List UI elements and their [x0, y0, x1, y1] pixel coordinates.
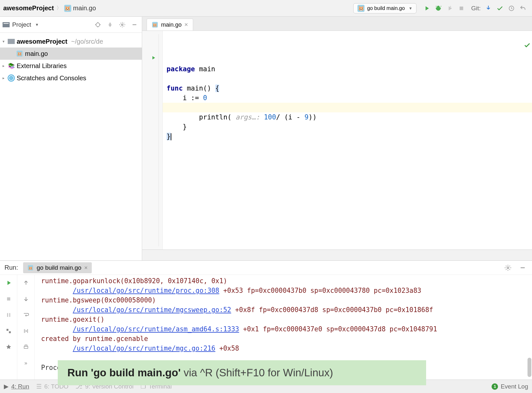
navbar: awesomeProject 〉 main.go go build main.g…: [0, 0, 532, 17]
run-button[interactable]: [421, 3, 433, 14]
svg-rect-10: [6, 329, 8, 331]
editor-tabbar: main.go ✕: [142, 17, 532, 31]
svg-point-3: [122, 24, 123, 25]
console-line: /usr/local/go/src/runtime/proc.go:308 +0…: [41, 286, 532, 295]
todo-icon: ☰: [36, 383, 42, 390]
svg-rect-13: [25, 345, 27, 346]
editor-body[interactable]: package main func main() { i := 0 for ; …: [142, 31, 532, 249]
console-line: /usr/local/go/src/runtime/mgcsweep.go:52…: [41, 305, 532, 315]
run-config-dropdown[interactable]: go build main.go ▼: [353, 3, 416, 13]
editor-tab[interactable]: main.go ✕: [147, 19, 193, 31]
editor: main.go ✕ package main func main() { i :…: [142, 17, 532, 260]
hide-icon[interactable]: [130, 20, 139, 30]
code-area[interactable]: package main func main() { i := 0 for ; …: [163, 31, 532, 249]
tree-root-name: awesomeProject: [17, 38, 67, 45]
stack-link[interactable]: /usr/local/go/src/runtime/proc.go:308: [73, 287, 219, 294]
down-button[interactable]: [21, 294, 31, 304]
svg-rect-0: [460, 6, 463, 10]
go-file-icon: [152, 22, 158, 28]
svg-rect-4: [133, 24, 136, 25]
history-button[interactable]: [506, 3, 517, 14]
breadcrumb-file[interactable]: main.go: [64, 4, 96, 12]
layout-button[interactable]: [4, 326, 13, 336]
event-count-badge: 1: [492, 383, 498, 390]
close-icon[interactable]: ✕: [84, 265, 88, 270]
go-file-icon: [17, 51, 23, 57]
editor-tab-label: main.go: [161, 22, 182, 28]
coverage-button[interactable]: [444, 3, 456, 14]
console-line: runtime.bgsweep(0xc000058000): [41, 295, 532, 305]
console-line: /usr/local/go/src/runtime/mgc.go:216 +0x…: [41, 344, 532, 353]
up-button[interactable]: [21, 278, 31, 288]
hide-icon[interactable]: [518, 263, 528, 273]
run-tab-label: go build main.go: [37, 264, 81, 271]
git-pull-button[interactable]: [483, 3, 494, 14]
caret-right-icon[interactable]: [1, 64, 6, 68]
gear-icon[interactable]: [117, 20, 127, 30]
run-controls-col2: »: [17, 275, 35, 380]
chevron-right-icon: 〉: [56, 5, 62, 12]
project-view-header: Project ▼: [0, 17, 142, 33]
breadcrumb-file-label: main.go: [73, 4, 96, 12]
hint-banner-rest: via ^R (Shift+F10 for Win/Linux): [181, 367, 333, 379]
text-cursor: [171, 133, 171, 140]
play-icon: ▶: [4, 383, 9, 390]
console-line: runtime.goparkunlock(0x10b8920, 0x107140…: [41, 276, 532, 286]
caret-down-icon[interactable]: [1, 39, 6, 44]
softwrap-button[interactable]: [21, 310, 31, 320]
tree-file[interactable]: main.go: [0, 48, 142, 60]
undo-button[interactable]: [517, 3, 529, 14]
svg-rect-7: [7, 297, 10, 301]
pin-button[interactable]: [4, 342, 13, 352]
debug-button[interactable]: [433, 3, 444, 14]
gutter-run-icon[interactable]: [150, 55, 156, 62]
caret-right-icon[interactable]: [1, 76, 6, 80]
project-sidebar: Project ▼ awesomeProject ~/go/src/de: [0, 17, 142, 260]
project-tree: awesomeProject ~/go/src/de main.go Exter…: [0, 33, 142, 87]
svg-rect-9: [9, 313, 10, 317]
svg-rect-11: [9, 331, 11, 333]
tree-root[interactable]: awesomeProject ~/go/src/de: [0, 35, 142, 48]
locate-icon[interactable]: [93, 20, 103, 30]
breadcrumb: awesomeProject 〉 main.go: [3, 4, 96, 12]
chevron-down-icon[interactable]: ▼: [35, 22, 39, 27]
tree-scratches-label: Scratches and Consoles: [17, 74, 86, 82]
stack-link[interactable]: /usr/local/go/src/runtime/asm_amd64.s:13…: [73, 325, 239, 333]
chevron-down-icon: ▼: [409, 6, 413, 11]
folder-icon: [8, 39, 15, 44]
inspection-ok-icon: [483, 32, 531, 61]
stack-link[interactable]: /usr/local/go/src/runtime/mgcsweep.go:52: [73, 306, 231, 314]
run-tab[interactable]: go build main.go ✕: [23, 262, 91, 273]
scrollbar-thumb[interactable]: [528, 358, 531, 377]
more-button[interactable]: »: [21, 358, 31, 368]
pause-button[interactable]: [4, 310, 13, 320]
go-file-icon: [28, 265, 33, 270]
main-content: Project ▼ awesomeProject ~/go/src/de: [0, 17, 532, 261]
stack-link[interactable]: /usr/local/go/src/runtime/mgc.go:216: [73, 345, 215, 352]
rerun-button[interactable]: [4, 278, 13, 288]
print-button[interactable]: [21, 342, 31, 352]
statusbar-event-log[interactable]: 1 Event Log: [492, 383, 528, 390]
git-commit-button[interactable]: [494, 3, 506, 14]
svg-point-5: [507, 267, 509, 269]
go-file-icon: [64, 5, 71, 12]
breadcrumb-project[interactable]: awesomeProject: [3, 4, 54, 12]
console-line: /usr/local/go/src/runtime/asm_amd64.s:13…: [41, 324, 532, 334]
tree-scratches[interactable]: Scratches and Consoles: [0, 72, 142, 84]
run-config-label: go build main.go: [367, 5, 405, 11]
tree-external-libs[interactable]: External Libraries: [0, 60, 142, 72]
git-label: Git:: [471, 5, 481, 12]
stop-button[interactable]: [456, 3, 467, 14]
project-view-title[interactable]: Project: [12, 21, 31, 28]
close-icon[interactable]: ✕: [184, 22, 188, 28]
expand-all-icon[interactable]: [105, 20, 115, 30]
statusbar-run[interactable]: ▶ 4: Run: [4, 383, 29, 390]
tree-external-libs-label: External Libraries: [17, 62, 67, 70]
run-controls-col1: [0, 275, 17, 380]
project-icon: [3, 22, 10, 27]
scroll-to-end-button[interactable]: [21, 326, 31, 336]
editor-gutter: [142, 31, 163, 249]
gear-icon[interactable]: [503, 263, 513, 273]
stop-button[interactable]: [4, 294, 13, 304]
scratches-icon: [8, 74, 15, 82]
